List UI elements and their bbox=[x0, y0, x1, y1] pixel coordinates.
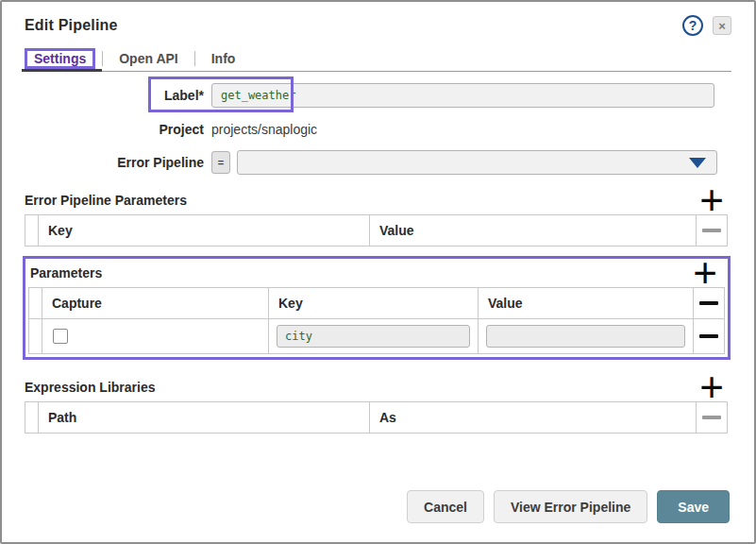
section-title: Parameters bbox=[30, 265, 102, 280]
add-row-icon[interactable]: + bbox=[693, 262, 717, 284]
label-row: Label* bbox=[25, 83, 731, 108]
tab-divider bbox=[102, 51, 103, 66]
section-title: Expression Libraries bbox=[25, 380, 156, 395]
expression-libraries-header: Expression Libraries + bbox=[25, 373, 731, 401]
save-button[interactable]: Save bbox=[657, 490, 730, 523]
project-value: projects/snaplogic bbox=[211, 122, 317, 137]
remove-row-button[interactable] bbox=[694, 319, 724, 353]
label-field-label: Label* bbox=[25, 88, 211, 103]
column-header-value: Value bbox=[479, 288, 694, 318]
remove-row-button[interactable] bbox=[697, 402, 727, 433]
tab-settings[interactable]: Settings bbox=[25, 48, 95, 69]
add-row-icon[interactable]: + bbox=[699, 376, 724, 399]
edit-pipeline-dialog: Edit Pipeline ? × Settings Open API Info… bbox=[0, 0, 756, 544]
row-gutter bbox=[29, 319, 42, 353]
key-cell bbox=[269, 319, 479, 353]
parameters-table: Capture Key Value bbox=[28, 287, 725, 354]
remove-row-icon bbox=[699, 334, 718, 338]
parameter-value-input[interactable] bbox=[486, 325, 685, 348]
header-icons: ? × bbox=[682, 13, 731, 36]
remove-row-button[interactable] bbox=[694, 288, 724, 318]
table-header-row: Key Value bbox=[25, 215, 727, 246]
dialog-header: Edit Pipeline ? × bbox=[25, 13, 731, 36]
tab-open-api[interactable]: Open API bbox=[109, 48, 188, 69]
row-gutter bbox=[29, 288, 42, 318]
remove-row-icon bbox=[702, 229, 721, 232]
parameters-annotation-box: Parameters + Capture Key Value bbox=[23, 256, 731, 360]
expression-toggle-button[interactable]: = bbox=[211, 151, 230, 174]
column-header-key: Key bbox=[269, 288, 479, 318]
label-input[interactable] bbox=[211, 83, 714, 108]
parameter-key-input[interactable] bbox=[277, 325, 470, 348]
error-pipeline-row: Error Pipeline = bbox=[25, 150, 731, 175]
value-cell bbox=[479, 319, 694, 353]
parameters-header: Parameters + bbox=[28, 259, 725, 287]
tab-bar: Settings Open API Info bbox=[25, 45, 731, 72]
parameter-table-row bbox=[29, 318, 724, 353]
add-row-icon[interactable]: + bbox=[699, 189, 724, 212]
dialog-footer: Cancel View Error Pipeline Save bbox=[407, 490, 730, 523]
error-pipeline-field-label: Error Pipeline bbox=[25, 155, 211, 170]
help-icon[interactable]: ? bbox=[682, 15, 703, 36]
column-header-key: Key bbox=[39, 215, 370, 246]
tab-info[interactable]: Info bbox=[202, 48, 245, 69]
column-header-path: Path bbox=[39, 402, 370, 433]
chevron-down-icon bbox=[689, 158, 706, 168]
section-title: Error Pipeline Parameters bbox=[25, 193, 187, 208]
error-pipeline-parameters-header: Error Pipeline Parameters + bbox=[25, 186, 731, 214]
table-header-row: Capture Key Value bbox=[29, 288, 724, 318]
remove-row-button[interactable] bbox=[697, 215, 727, 246]
capture-checkbox[interactable] bbox=[53, 329, 68, 344]
close-icon[interactable]: × bbox=[713, 16, 731, 35]
error-pipeline-parameters-table: Key Value bbox=[25, 214, 728, 246]
row-gutter bbox=[25, 215, 39, 246]
capture-cell bbox=[42, 319, 269, 353]
remove-row-icon bbox=[702, 416, 721, 419]
column-header-value: Value bbox=[370, 215, 697, 246]
column-header-capture: Capture bbox=[42, 288, 269, 318]
table-header-row: Path As bbox=[25, 402, 727, 433]
dialog-title: Edit Pipeline bbox=[25, 13, 118, 34]
project-row: Project projects/snaplogic bbox=[25, 122, 731, 137]
column-header-as: As bbox=[370, 402, 697, 433]
project-field-label: Project bbox=[25, 122, 211, 137]
error-pipeline-dropdown[interactable] bbox=[237, 150, 717, 175]
expression-libraries-table: Path As bbox=[25, 401, 728, 434]
tab-divider bbox=[194, 51, 195, 66]
row-gutter bbox=[25, 402, 39, 433]
view-error-pipeline-button[interactable]: View Error Pipeline bbox=[494, 490, 647, 523]
cancel-button[interactable]: Cancel bbox=[407, 490, 484, 523]
remove-row-icon bbox=[699, 301, 718, 305]
